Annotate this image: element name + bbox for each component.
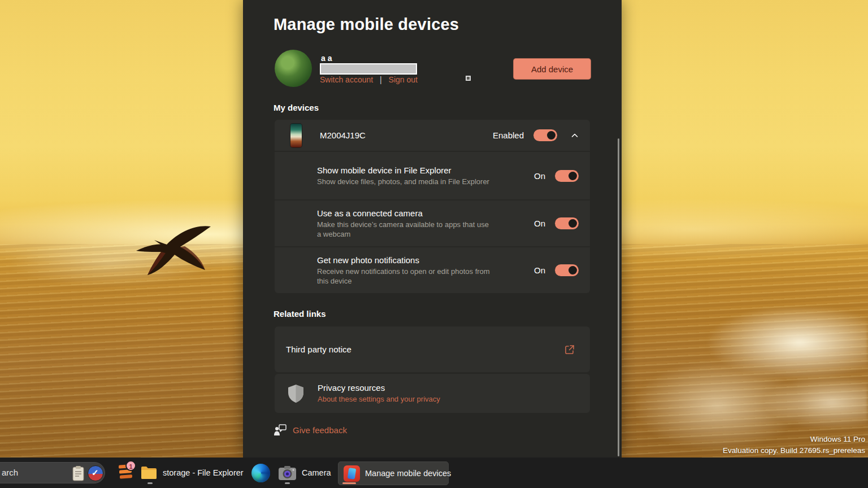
search-box-text: arch bbox=[2, 468, 18, 477]
taskbar-file-explorer[interactable]: storage - File Explorer bbox=[140, 457, 244, 488]
setting-description: Receive new notifications to open or edi… bbox=[317, 267, 493, 286]
watermark-line1: Windows 11 Pro bbox=[723, 434, 865, 445]
third-party-notice-link[interactable]: Third party notice bbox=[275, 326, 590, 372]
setting-state-label: On bbox=[534, 171, 545, 181]
manage-mobile-devices-window: Manage mobile devices a a Switch account… bbox=[243, 0, 622, 457]
taskbar-widgets-button[interactable]: 1 bbox=[112, 457, 139, 488]
device-header-row[interactable]: M2004J19C Enabled bbox=[275, 120, 590, 151]
cursor-artifact bbox=[466, 76, 471, 81]
taskbar-app-label: storage - File Explorer bbox=[163, 468, 244, 477]
taskbar: arch 1 storage - File Explo bbox=[0, 457, 868, 488]
connected-camera-toggle[interactable] bbox=[555, 217, 579, 229]
account-name: a a bbox=[321, 54, 332, 63]
setting-row-photo-notifications: Get new photo notifications Receive new … bbox=[275, 247, 590, 293]
manage-mobile-devices-icon bbox=[344, 465, 360, 482]
device-thumbnail bbox=[290, 124, 302, 147]
setting-row-connected-camera: Use as a connected camera Make this devi… bbox=[275, 201, 590, 246]
toggle-knob bbox=[568, 172, 577, 180]
sign-out-link[interactable]: Sign out bbox=[389, 75, 418, 84]
give-feedback-link[interactable]: Give feedback bbox=[274, 424, 347, 436]
clipboard-icon bbox=[72, 465, 85, 481]
scrollbar[interactable] bbox=[618, 138, 619, 456]
taskbar-manage-mobile-devices[interactable]: Manage mobile devices bbox=[338, 461, 449, 485]
search-highlight-icon bbox=[88, 465, 103, 481]
notification-badge: 1 bbox=[125, 460, 136, 471]
taskbar-app-label: Manage mobile devices bbox=[365, 469, 451, 478]
taskbar-app-label: Camera bbox=[302, 468, 331, 477]
device-status-label: Enabled bbox=[493, 130, 524, 140]
setting-title: Get new photo notifications bbox=[317, 255, 493, 265]
taskbar-edge-button[interactable] bbox=[249, 457, 272, 488]
watermark-line2: Evaluation copy. Build 27695.rs_prerelea… bbox=[723, 445, 865, 456]
desktop: Windows 11 Pro Evaluation copy. Build 27… bbox=[0, 0, 868, 488]
open-app-indicator bbox=[285, 482, 290, 484]
toggle-knob bbox=[568, 219, 577, 228]
toggle-knob bbox=[568, 266, 577, 274]
photo-notifications-toggle[interactable] bbox=[555, 264, 579, 276]
setting-title: Use as a connected camera bbox=[317, 208, 493, 218]
file-explorer-toggle[interactable] bbox=[555, 170, 579, 182]
shield-icon bbox=[287, 384, 305, 403]
account-links: Switch account | Sign out bbox=[320, 75, 418, 84]
related-links-heading: Related links bbox=[274, 309, 326, 319]
chevron-up-icon[interactable] bbox=[571, 132, 579, 140]
taskbar-search-box[interactable]: arch bbox=[0, 462, 105, 483]
device-group: M2004J19C Enabled Show mobile device in … bbox=[275, 120, 590, 294]
switch-account-link[interactable]: Switch account bbox=[320, 75, 373, 84]
privacy-resources-card: Privacy resources About these settings a… bbox=[275, 374, 590, 413]
my-devices-heading: My devices bbox=[274, 103, 319, 112]
privacy-resources-title: Privacy resources bbox=[318, 383, 440, 393]
external-link-icon bbox=[564, 344, 575, 355]
pelican-bird-icon bbox=[132, 221, 219, 279]
active-app-indicator bbox=[342, 482, 356, 484]
device-enabled-toggle[interactable] bbox=[533, 129, 557, 141]
camera-icon bbox=[278, 465, 297, 481]
privacy-about-link[interactable]: About these settings and your privacy bbox=[318, 395, 440, 403]
link-separator: | bbox=[380, 75, 382, 84]
setting-row-file-explorer: Show mobile device in File Explorer Show… bbox=[275, 152, 590, 199]
setting-state-label: On bbox=[534, 219, 545, 228]
evaluation-watermark: Windows 11 Pro Evaluation copy. Build 27… bbox=[723, 434, 865, 456]
feedback-icon bbox=[274, 424, 287, 436]
account-avatar bbox=[275, 50, 312, 87]
add-device-button[interactable]: Add device bbox=[513, 58, 591, 80]
setting-description: Make this device’s camera available to a… bbox=[317, 220, 493, 239]
toggle-knob bbox=[547, 131, 555, 140]
page-title: Manage mobile devices bbox=[274, 15, 459, 34]
setting-title: Show mobile device in File Explorer bbox=[317, 165, 493, 175]
third-party-notice-label: Third party notice bbox=[286, 345, 351, 354]
give-feedback-label: Give feedback bbox=[293, 425, 347, 435]
open-app-indicator bbox=[147, 482, 153, 484]
setting-state-label: On bbox=[534, 265, 545, 275]
account-email-redacted bbox=[320, 63, 417, 75]
device-name: M2004J19C bbox=[320, 130, 366, 140]
folder-icon bbox=[140, 465, 158, 480]
setting-description: Show device files, photos, and media in … bbox=[317, 177, 493, 186]
edge-icon bbox=[251, 464, 270, 482]
